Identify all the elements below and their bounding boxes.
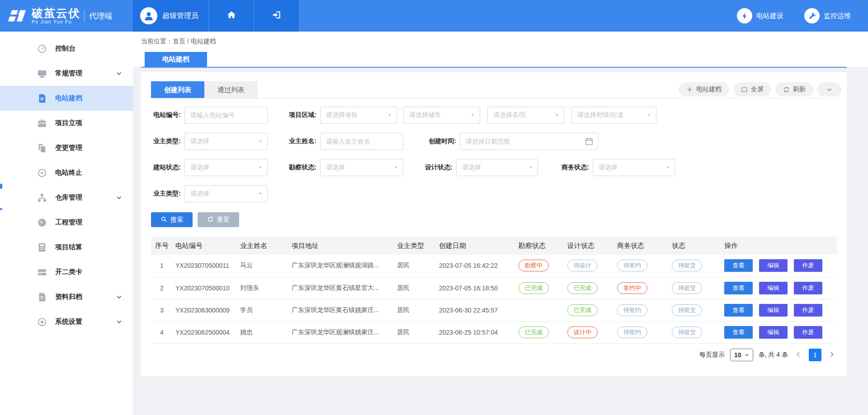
station-code-input[interactable] (184, 107, 268, 124)
home-button[interactable] (208, 0, 254, 32)
filter-owner-name: 业主姓名: (278, 133, 403, 150)
owner-type-select-2[interactable]: 请选择 (184, 185, 268, 202)
total-count-label: 条, 共 4 条 (759, 351, 788, 359)
sidebar-item-second-type-card[interactable]: 开二类卡 (0, 260, 133, 284)
chevron-down-icon (116, 294, 122, 300)
caret-down-icon (555, 113, 559, 117)
breadcrumb-strip (133, 32, 868, 67)
sidebar-item-console[interactable]: 控制台 (0, 36, 133, 61)
edit-button[interactable]: 编辑 (759, 282, 788, 294)
city-select[interactable]: 请选择城市 (403, 107, 480, 124)
cell-owner-name: 学员 (237, 299, 289, 321)
tab-created[interactable]: 创建列表 (151, 81, 204, 98)
edit-button[interactable]: 编辑 (759, 259, 788, 272)
current-page-button[interactable]: 1 (809, 349, 821, 361)
void-button[interactable]: 作废 (794, 259, 822, 272)
design-status-select[interactable]: 请选择 (456, 159, 538, 176)
app-title: 破茧云伏 (32, 7, 80, 19)
status-badge: 已完成 (519, 326, 549, 338)
field-label: 业主类型: (142, 190, 181, 198)
view-button[interactable]: 查看 (724, 304, 753, 317)
next-page-button[interactable] (827, 350, 837, 360)
sidebar-item-system-settings[interactable]: 系统设置 (0, 309, 133, 334)
business-status-select[interactable]: 请选择 (593, 159, 675, 176)
quick-nav-monitor-ops[interactable]: 监控运维 (804, 8, 851, 23)
breadcrumb-home-link[interactable]: 首页 (173, 37, 185, 45)
sidebar-item-warehouse-management[interactable]: 仓库管理 (0, 185, 133, 210)
cell-station-code: YX2023070500011 (173, 255, 237, 277)
caret-down-icon (471, 113, 475, 117)
caret-down-icon (258, 165, 263, 170)
cell-survey-status (516, 299, 565, 321)
cell-owner-type: 居民 (394, 255, 436, 277)
tab-passed[interactable]: 通过列表 (204, 81, 258, 98)
edit-button[interactable]: 编辑 (759, 326, 788, 339)
survey-status-select[interactable]: 请选择 (320, 159, 403, 176)
column-header: 项目地址 (289, 237, 394, 255)
scroll-indicator (0, 208, 2, 210)
cell-owner-name: 刘强东 (237, 277, 289, 299)
caret-down-icon (387, 113, 392, 117)
refresh-icon (783, 86, 790, 93)
date-range-input[interactable] (460, 133, 598, 150)
calendar-icon[interactable] (585, 137, 594, 146)
cell-status: 待提交 (669, 255, 722, 277)
void-button[interactable]: 作废 (794, 282, 822, 294)
search-button[interactable]: 搜索 (151, 212, 193, 227)
chevron-down-icon (116, 195, 122, 201)
sidebar-item-change-management[interactable]: 变更管理 (0, 135, 133, 160)
caret-down-icon (528, 165, 533, 170)
sidebar-item-general-management[interactable]: 常规管理 (0, 61, 133, 86)
sidebar-item-data-archive[interactable]: 资料归档 (0, 284, 133, 309)
view-button[interactable]: 查看 (724, 282, 753, 294)
cell-design-status: 设计中 (565, 321, 614, 343)
copy-icon (37, 143, 47, 153)
cell-business-status: 待签约 (614, 299, 669, 321)
sidebar-item-station-archive[interactable]: 电站建档 (0, 86, 133, 111)
page-size-label: 每页显示 (699, 351, 725, 359)
quick-nav-station-build[interactable]: 电站建设 (737, 8, 783, 23)
sidebar-item-project-settlement[interactable]: 项目结算 (0, 235, 133, 260)
toolbar-divider (151, 98, 841, 98)
user-menu[interactable]: 超级管理员 (133, 0, 208, 32)
app-header: 破茧云伏 Po Jian Yun Fu 代理端 超级管理员 电站建设 监控运维 (0, 0, 868, 32)
status-badge: 待设计 (567, 260, 598, 271)
sidebar-item-project-initiation[interactable]: 项目立项 (0, 111, 133, 135)
town-select[interactable]: 请选择村镇/街道 (571, 107, 656, 124)
refresh-button[interactable]: 刷新 (775, 82, 813, 97)
station-table: 序号电站编号业主姓名项目地址业主类型创建日期勘察状态设计状态商务状态状态操作 1… (151, 237, 837, 344)
page-size-select[interactable]: 10 (730, 349, 753, 361)
prev-page-button[interactable] (793, 350, 803, 360)
county-select[interactable]: 请选择县/区 (487, 107, 564, 124)
cell-index: 3 (151, 299, 173, 321)
cell-address: 广东深圳龙华区观澜镇姚家庄... (289, 321, 394, 343)
cell-address: 广东深圳龙华区黄石镇星官大... (289, 277, 394, 299)
logout-button[interactable] (254, 0, 299, 32)
more-button[interactable] (817, 82, 841, 97)
reset-button[interactable]: 重置 (198, 212, 239, 227)
void-button[interactable]: 作废 (794, 304, 822, 317)
field-label: 业主类型: (142, 137, 181, 145)
logo: 破茧云伏 Po Jian Yun Fu 代理端 (0, 0, 133, 32)
filter-county: 请选择县/区 (487, 107, 564, 124)
build-status-select[interactable]: 请选择 (184, 159, 268, 176)
portal-label: 代理端 (89, 11, 112, 21)
document-icon (37, 93, 47, 103)
filter-build-status: 建站状态: 请选择 (142, 159, 268, 176)
view-button[interactable]: 查看 (724, 259, 753, 272)
owner-name-input[interactable] (320, 133, 403, 150)
cell-owner-type: 居民 (394, 299, 436, 321)
province-select[interactable]: 请选择省份 (320, 107, 397, 124)
create-button[interactable]: 电站建档 (679, 82, 729, 97)
main-content: 当前位置：首页 / 电站建档 电站建档 创建列表通过列表 电站建档 全屏 刷新 … (133, 32, 868, 415)
view-button[interactable]: 查看 (724, 326, 753, 339)
page-tab-station-archive[interactable]: 电站建档 (145, 52, 207, 67)
edit-button[interactable]: 编辑 (759, 304, 788, 317)
chevron-down-icon (116, 70, 122, 76)
void-button[interactable]: 作废 (794, 326, 822, 339)
sidebar-item-engineering-management[interactable]: 工程管理 (0, 210, 133, 235)
sidebar-item-station-termination[interactable]: 电站终止 (0, 160, 133, 185)
fullscreen-button[interactable]: 全屏 (733, 82, 771, 97)
owner-type-select[interactable]: 请选择 (184, 133, 268, 150)
divider (84, 10, 85, 22)
